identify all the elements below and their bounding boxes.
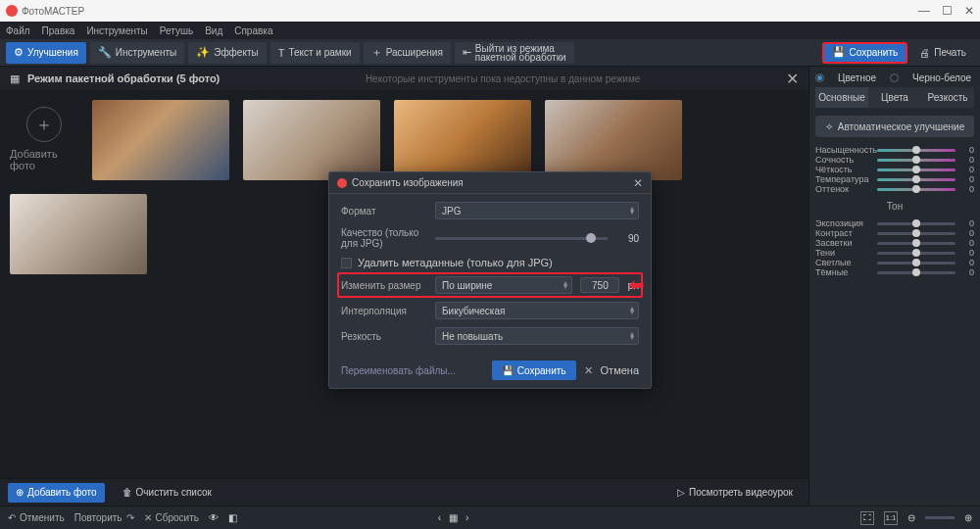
zoom-in-icon[interactable]: ⊕ bbox=[964, 512, 972, 523]
menu-edit[interactable]: Правка bbox=[42, 25, 75, 36]
plus-icon: ⊕ bbox=[16, 487, 24, 498]
metadata-checkbox[interactable] bbox=[341, 258, 352, 268]
batch-close-icon[interactable]: ✕ bbox=[786, 70, 799, 88]
thumbnail[interactable] bbox=[243, 100, 380, 180]
batch-exit-button[interactable]: ⇤Выйти из режима пакетной обработки bbox=[455, 42, 574, 64]
close-icon[interactable]: ✕ bbox=[964, 4, 974, 18]
eye-icon[interactable]: 👁 bbox=[209, 512, 219, 523]
radio-bw[interactable] bbox=[890, 73, 899, 82]
footer-clear-button[interactable]: 🗑Очистить список bbox=[115, 483, 220, 503]
zoom-slider[interactable] bbox=[925, 516, 955, 519]
slider-value: 0 bbox=[960, 165, 974, 174]
px-input[interactable]: 750 bbox=[580, 277, 619, 293]
menu-file[interactable]: Файл bbox=[6, 25, 30, 36]
thumbnail[interactable] bbox=[10, 194, 147, 274]
zoom-out-icon[interactable]: ⊖ bbox=[907, 512, 915, 523]
sharp-select[interactable]: Не повышать▴▾ bbox=[435, 327, 639, 345]
text-icon: T bbox=[278, 47, 285, 59]
plus-circle-icon: ＋ bbox=[26, 107, 62, 142]
compare-icon[interactable]: ◧ bbox=[228, 512, 237, 523]
slider-track[interactable] bbox=[877, 252, 956, 255]
slider-row: Экспозиция0 bbox=[815, 218, 974, 228]
slider-value: 0 bbox=[960, 238, 974, 248]
slider-label: Оттенок bbox=[815, 184, 872, 194]
slider-row: Контраст0 bbox=[815, 228, 974, 238]
dialog-save-button[interactable]: 💾Сохранить bbox=[492, 361, 576, 380]
slider-track[interactable] bbox=[877, 262, 956, 264]
slider-track[interactable] bbox=[877, 168, 956, 171]
slider-track[interactable] bbox=[877, 159, 956, 162]
auto-enhance-button[interactable]: ✧Автоматическое улучшение bbox=[815, 116, 974, 137]
slider-track[interactable] bbox=[877, 149, 956, 152]
menu-retouch[interactable]: Ретушь bbox=[160, 25, 193, 36]
footer-video-button[interactable]: ▷Посмотреть видеоурок bbox=[669, 483, 801, 503]
slider-value: 0 bbox=[960, 145, 974, 155]
quality-label: Качество (только для JPG) bbox=[341, 227, 427, 249]
redo-button[interactable]: Повторить ↷ bbox=[74, 512, 134, 523]
fit-icon[interactable]: ⛶ bbox=[860, 511, 874, 525]
tab-enhance[interactable]: ⚙Улучшения bbox=[6, 42, 86, 64]
rename-link[interactable]: Переименовать файлы... bbox=[341, 365, 456, 376]
tab-extensions[interactable]: ＋Расширения bbox=[364, 42, 451, 64]
maximize-icon[interactable]: ☐ bbox=[942, 4, 953, 18]
interp-select[interactable]: Бикубическая▴▾ bbox=[435, 302, 639, 319]
slider-track[interactable] bbox=[877, 232, 956, 235]
next-icon[interactable]: › bbox=[466, 512, 468, 523]
chevron-updown-icon: ▴▾ bbox=[630, 307, 634, 314]
slider-label: Тени bbox=[815, 248, 872, 258]
save-dialog: Сохранить изображения ✕ Формат JPG▴▾ Кач… bbox=[328, 171, 652, 389]
menu-help[interactable]: Справка bbox=[234, 25, 272, 36]
reset-button[interactable]: ✕ Сбросить bbox=[144, 512, 199, 523]
ratio-button[interactable]: 1:1 bbox=[884, 511, 898, 525]
slider-track[interactable] bbox=[877, 222, 956, 225]
slider-value: 0 bbox=[960, 155, 974, 165]
chevron-updown-icon: ▴▾ bbox=[564, 281, 567, 289]
app-title: ФотоМАСТЕР bbox=[22, 6, 84, 17]
chevron-updown-icon: ▴▾ bbox=[630, 207, 634, 215]
quality-slider[interactable] bbox=[435, 237, 608, 240]
batch-title: Режим пакетной обработки (5 фото) bbox=[27, 72, 220, 84]
slider-label: Контраст bbox=[815, 228, 872, 238]
slider-track[interactable] bbox=[877, 242, 956, 245]
footer-add-button[interactable]: ⊕Добавить фото bbox=[8, 483, 105, 503]
add-photo-tile[interactable]: ＋ Добавить фото bbox=[10, 100, 78, 178]
dialog-cancel-x-icon[interactable]: ✕ bbox=[584, 364, 593, 377]
tab-colors[interactable]: Цвета bbox=[868, 87, 921, 108]
slider-row: Сочность0 bbox=[815, 155, 974, 165]
dialog-close-icon[interactable]: ✕ bbox=[633, 176, 643, 190]
thumbnail[interactable] bbox=[545, 100, 682, 180]
slider-value: 0 bbox=[960, 267, 974, 277]
slider-track[interactable] bbox=[877, 178, 956, 181]
titlebar: ФотоМАСТЕР — ☐ ✕ bbox=[0, 0, 980, 22]
sliders-icon: ⚙ bbox=[14, 46, 24, 59]
tab-sharpness[interactable]: Резкость bbox=[921, 87, 974, 108]
slider-row: Оттенок0 bbox=[815, 184, 974, 194]
thumbnail[interactable] bbox=[92, 100, 229, 180]
interp-label: Интерполяция bbox=[341, 306, 427, 316]
radio-color[interactable] bbox=[815, 73, 824, 82]
slider-track[interactable] bbox=[877, 188, 956, 191]
thumbnail[interactable] bbox=[394, 100, 531, 180]
save-button[interactable]: 💾Сохранить bbox=[822, 42, 908, 64]
prev-icon[interactable]: ‹ bbox=[438, 512, 441, 523]
save-icon: 💾 bbox=[832, 46, 846, 59]
format-select[interactable]: JPG▴▾ bbox=[435, 202, 639, 219]
slider-label: Насыщенность bbox=[815, 145, 872, 155]
minimize-icon[interactable]: — bbox=[918, 4, 930, 18]
menu-tools[interactable]: Инструменты bbox=[86, 25, 147, 36]
tab-tools[interactable]: 🔧Инструменты bbox=[90, 42, 184, 64]
slider-label: Температура bbox=[815, 174, 872, 184]
tone-heading: Тон bbox=[815, 198, 974, 215]
undo-button[interactable]: ↶ Отменить bbox=[8, 512, 65, 523]
slider-value: 0 bbox=[960, 258, 974, 267]
tab-effects[interactable]: ✨Эффекты bbox=[188, 42, 266, 64]
tab-main[interactable]: Основные bbox=[815, 87, 868, 108]
print-button[interactable]: 🖨Печать bbox=[911, 42, 974, 64]
resize-select[interactable]: По ширине▴▾ bbox=[435, 276, 572, 294]
tab-text[interactable]: TТекст и рамки bbox=[270, 42, 360, 64]
slider-track[interactable] bbox=[877, 271, 956, 274]
menu-view[interactable]: Вид bbox=[205, 25, 222, 36]
dialog-cancel-button[interactable]: Отмена bbox=[601, 364, 639, 376]
dialog-title: Сохранить изображения bbox=[352, 177, 464, 188]
folder-icon[interactable]: ▦ bbox=[449, 512, 458, 523]
